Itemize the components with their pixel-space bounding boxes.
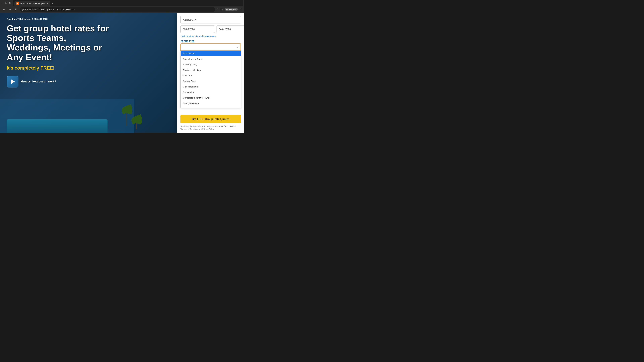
- palm-tree-2: [136, 116, 137, 129]
- window-controls: — ❐ ✕: [1, 2, 11, 4]
- dropdown-item-charity[interactable]: Charity Event: [180, 78, 241, 84]
- incognito-badge[interactable]: Incognito (2): [225, 8, 238, 11]
- phone-prefix: Questions? Call us now: [7, 18, 31, 20]
- dropdown-item-birthday[interactable]: Birthday Party: [180, 62, 241, 67]
- dropdown-item-business[interactable]: Business Meeting: [180, 67, 241, 73]
- phone-number: 1-888-439-8423: [32, 18, 48, 20]
- group-type-dropdown-wrapper: ▾ Association Bachelor-ette Party Birthd…: [180, 43, 241, 51]
- dropdown-item-fraternity[interactable]: Fraternity / Sorority: [180, 106, 241, 108]
- video-label: Groups: How does it work?: [21, 80, 56, 83]
- maximize-button[interactable]: ❐: [5, 2, 8, 4]
- pool-area: [0, 99, 134, 133]
- dropdown-arrow-icon: ▾: [237, 46, 238, 48]
- hero-phone: Questions? Call us now 1-888-439-8423: [7, 18, 110, 20]
- close-button[interactable]: ✕: [9, 2, 11, 4]
- hero-headline: Get group hotel rates for Sports Teams, …: [7, 24, 110, 62]
- legal-text: By clicking the button above you agree t…: [180, 125, 241, 130]
- location-field: [180, 16, 241, 23]
- dropdown-item-class-reunion[interactable]: Class Reunion: [180, 84, 241, 89]
- page-content: Questions? Call us now 1-888-439-8423 Ge…: [0, 13, 244, 133]
- tab-close-icon[interactable]: ×: [47, 2, 48, 5]
- pool-water: [7, 119, 108, 133]
- address-bar[interactable]: groups.expedia.com/Group-Rate/?locale=en…: [20, 7, 215, 12]
- group-type-dropdown-trigger[interactable]: ▾: [180, 43, 241, 51]
- form-panel: + Add another city or alternate dates GR…: [177, 13, 244, 133]
- address-bar-row: ← → ↻ groups.expedia.com/Group-Rate/?loc…: [0, 6, 244, 13]
- dropdown-item-bachelor[interactable]: Bachelor-ette Party: [180, 56, 241, 62]
- end-date-input[interactable]: [216, 25, 244, 33]
- start-date-input[interactable]: [180, 25, 215, 33]
- new-tab-button[interactable]: +: [50, 1, 55, 6]
- tab-title: Group Hotel Quote Request: [20, 2, 46, 5]
- browser-chrome: — ❐ ✕ E Group Hotel Quote Request × + ← …: [0, 0, 244, 13]
- submit-area: Get FREE Group Rate Quotes By clicking t…: [177, 113, 244, 133]
- address-bar-actions: ☆ ⊙ Incognito (2) ⋮: [216, 8, 242, 11]
- video-thumbnail[interactable]: Groups: How does it work?: [7, 76, 110, 87]
- title-bar: — ❐ ✕ E Group Hotel Quote Request × +: [0, 0, 244, 6]
- submit-button[interactable]: Get FREE Group Rate Quotes: [180, 115, 241, 123]
- dropdown-item-family[interactable]: Family Reunion: [180, 100, 241, 106]
- refresh-button[interactable]: ↻: [14, 7, 18, 12]
- video-play-button[interactable]: [7, 76, 18, 87]
- add-city-link[interactable]: + Add another city or alternate dates: [180, 35, 241, 37]
- group-type-label: GROUP TYPE: [180, 40, 241, 42]
- date-row: [180, 25, 241, 33]
- hero-text-area: Questions? Call us now 1-888-439-8423 Ge…: [7, 18, 110, 87]
- settings-icon[interactable]: ⋮: [240, 8, 242, 11]
- dropdown-item-association[interactable]: Association: [180, 51, 241, 56]
- url-text: groups.expedia.com/Group-Rate/?locale=en…: [22, 8, 75, 11]
- bookmark-icon[interactable]: ☆: [216, 8, 219, 11]
- profile-icon[interactable]: ⊙: [221, 8, 223, 11]
- tab-favicon: E: [16, 2, 19, 5]
- active-tab[interactable]: E Group Hotel Quote Request ×: [14, 1, 50, 6]
- dropdown-item-bus-tour[interactable]: Bus Tour: [180, 73, 241, 78]
- minimize-button[interactable]: —: [1, 2, 4, 4]
- location-input[interactable]: [180, 16, 241, 23]
- dropdown-item-corporate[interactable]: Corporate Incentive Travel: [180, 95, 241, 100]
- dropdown-item-convention[interactable]: Convention: [180, 89, 241, 95]
- tab-bar: E Group Hotel Quote Request × +: [13, 0, 243, 6]
- back-button[interactable]: ←: [2, 7, 6, 12]
- group-type-dropdown-list[interactable]: Association Bachelor-ette Party Birthday…: [180, 51, 241, 108]
- play-icon: [11, 79, 15, 84]
- hero-free-text: It's completely FREE!: [7, 65, 110, 71]
- forward-button[interactable]: →: [8, 7, 12, 12]
- palm-tree-1: [126, 106, 127, 126]
